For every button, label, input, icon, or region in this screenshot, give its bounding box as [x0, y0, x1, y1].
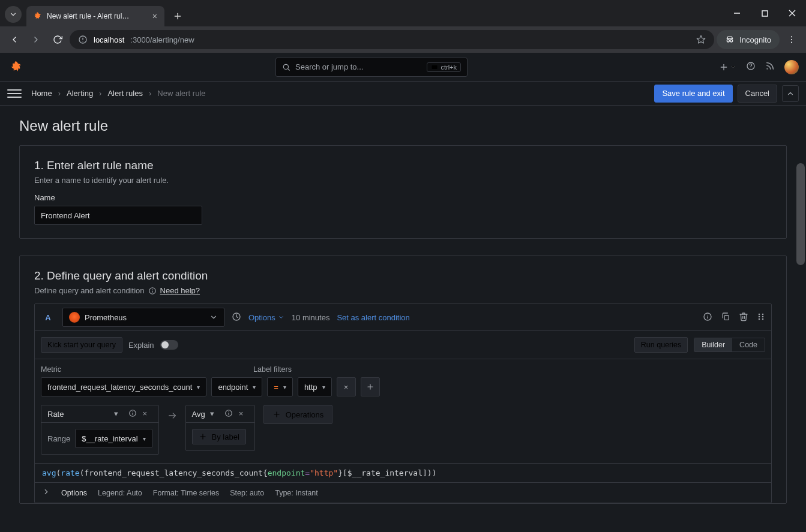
info-icon — [148, 287, 157, 295]
rule-name-input[interactable] — [34, 206, 202, 225]
mode-switch[interactable]: Builder Code — [694, 338, 765, 352]
chevron-right-icon[interactable] — [42, 488, 50, 498]
info-icon[interactable] — [128, 409, 138, 419]
run-queries-button[interactable]: Run queries — [634, 337, 688, 353]
grafana-favicon — [32, 11, 42, 21]
datasource-picker[interactable]: Prometheus — [62, 308, 224, 327]
promql-preview: avg(rate(frontend_request_latency_second… — [35, 464, 771, 483]
svg-point-35 — [759, 318, 760, 320]
range-label: Range — [47, 434, 70, 443]
svg-point-15 — [283, 64, 288, 69]
address-bar[interactable]: localhost:3000/alerting/new — [70, 30, 714, 49]
crumb-rules[interactable]: Alert rules — [107, 89, 143, 98]
filters-label: Label filters — [253, 365, 292, 374]
by-label-button[interactable]: By label — [192, 429, 246, 444]
op-avg: Avg ▾ × By label — [185, 405, 255, 451]
add-menu[interactable] — [719, 62, 736, 72]
svg-point-33 — [759, 315, 760, 317]
query-editor: A Prometheus Options 10 minutes Set as — [34, 303, 772, 503]
news-icon[interactable] — [765, 61, 775, 73]
drag-handle-icon[interactable] — [757, 312, 765, 323]
svg-point-13 — [791, 39, 792, 40]
help-icon[interactable] — [746, 61, 756, 73]
query-options[interactable]: Options — [248, 313, 284, 322]
section-name: 1. Enter alert rule name Enter a name to… — [19, 145, 787, 239]
trash-icon[interactable] — [739, 312, 748, 323]
builder-tab[interactable]: Builder — [694, 338, 732, 351]
close-tab-icon[interactable]: × — [151, 10, 158, 22]
incognito-badge[interactable]: Incognito — [717, 30, 780, 49]
svg-line-16 — [288, 68, 290, 70]
svg-point-14 — [791, 42, 792, 43]
global-search[interactable]: Search or jump to... ctrl+k — [275, 58, 468, 77]
section2-heading: 2. Define query and alert condition — [34, 269, 772, 282]
search-icon — [282, 63, 290, 71]
section1-heading: 1. Enter alert rule name — [34, 159, 772, 172]
browser-tab[interactable]: New alert rule - Alert rul… × — [26, 6, 164, 26]
filter-key-select[interactable]: endpoint▾ — [211, 377, 262, 396]
remove-op-icon[interactable]: × — [239, 409, 248, 419]
kickstart-button[interactable]: Kick start your query — [41, 337, 122, 353]
time-icon[interactable] — [232, 312, 241, 323]
footer-legend: Legend: Auto — [98, 489, 142, 497]
crumb-current: New alert rule — [157, 89, 205, 98]
footer-step: Step: auto — [230, 489, 264, 497]
explain-toggle[interactable] — [160, 340, 178, 350]
add-filter-icon[interactable] — [361, 377, 380, 396]
chevron-down-icon[interactable]: ▾ — [210, 409, 220, 419]
collapse-button[interactable] — [782, 85, 799, 102]
new-tab-button[interactable] — [169, 8, 186, 25]
crumb-home[interactable]: Home — [31, 89, 52, 98]
need-help-link[interactable]: Need help? — [160, 286, 200, 295]
window-maximize[interactable] — [751, 0, 778, 26]
user-avatar[interactable] — [784, 60, 799, 74]
svg-point-22 — [766, 68, 768, 70]
svg-point-32 — [762, 313, 764, 315]
info-icon[interactable] — [224, 409, 234, 419]
window-close[interactable] — [778, 0, 806, 26]
footer-options[interactable]: Options — [61, 489, 87, 497]
filter-val-select[interactable]: http▾ — [298, 377, 332, 396]
copy-icon[interactable] — [721, 312, 730, 323]
time-range: 10 minutes — [292, 313, 330, 322]
range-select[interactable]: $__rate_interval▾ — [75, 429, 152, 448]
query-letter[interactable]: A — [41, 310, 55, 324]
remove-filter-icon[interactable]: × — [337, 377, 356, 396]
query-help-icon[interactable] — [703, 312, 712, 323]
breadcrumb-bar: Home › Alerting › Alert rules › New aler… — [0, 82, 806, 106]
section-query: 2. Define query and alert condition Defi… — [19, 256, 787, 504]
scrollbar[interactable] — [796, 163, 805, 265]
set-condition-link[interactable]: Set as alert condition — [337, 313, 409, 322]
remove-op-icon[interactable]: × — [143, 409, 152, 419]
nav-forward[interactable] — [26, 30, 46, 49]
hamburger-icon[interactable] — [7, 89, 22, 98]
chrome-menu[interactable] — [782, 30, 801, 49]
add-operation-button[interactable]: Operations — [263, 405, 333, 424]
nav-back[interactable] — [5, 30, 24, 49]
svg-point-34 — [762, 315, 764, 317]
window-minimize[interactable] — [723, 0, 751, 26]
grafana-logo[interactable] — [7, 59, 24, 76]
metric-select[interactable]: frontend_request_latency_seconds_count▾ — [41, 377, 206, 396]
svg-point-31 — [759, 313, 760, 315]
svg-rect-30 — [724, 315, 729, 320]
page-scroll[interactable]: New alert rule 1. Enter alert rule name … — [0, 106, 806, 532]
chevron-down-icon[interactable]: ▾ — [114, 409, 124, 419]
op-rate: Rate ▾ × Range $__rate_interv — [41, 405, 159, 455]
star-icon[interactable] — [696, 35, 706, 44]
crumb-alerting[interactable]: Alerting — [67, 89, 93, 98]
metric-label: Metric — [41, 365, 61, 374]
section2-sub: Define query and alert condition Need he… — [34, 286, 772, 295]
cancel-button[interactable]: Cancel — [738, 85, 777, 103]
browser-tab-strip: New alert rule - Alert rul… × — [0, 0, 806, 26]
explain-label: Explain — [128, 341, 154, 350]
svg-point-12 — [791, 36, 792, 37]
save-button[interactable]: Save rule and exit — [654, 85, 732, 103]
section1-sub: Enter a name to identify your alert rule… — [34, 176, 772, 185]
nav-reload[interactable] — [48, 30, 67, 49]
code-tab[interactable]: Code — [732, 338, 765, 351]
filter-op-select[interactable]: =▾ — [267, 377, 293, 396]
name-label: Name — [34, 193, 772, 202]
tab-list-caret[interactable] — [5, 6, 22, 23]
url-host: localhost — [94, 35, 124, 44]
